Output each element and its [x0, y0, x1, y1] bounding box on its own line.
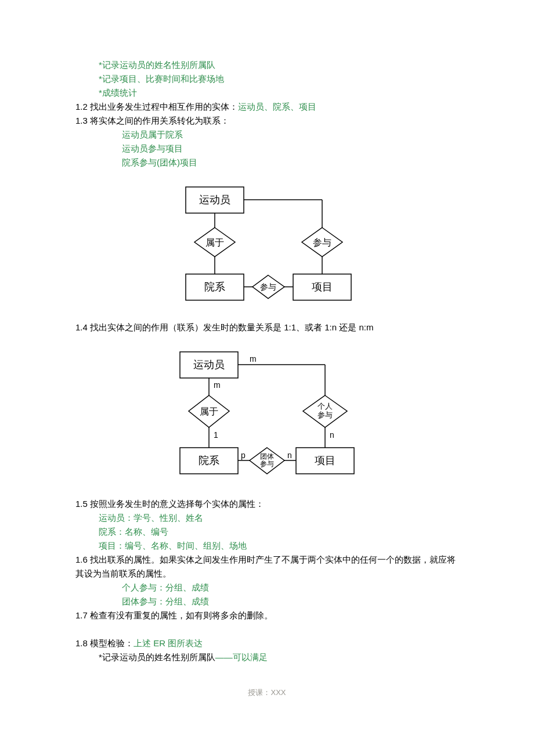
- entity-athlete: 运动员: [199, 194, 230, 206]
- rel-team-top: 团体: [260, 452, 274, 460]
- section-label-prefix: 1.8 模型检验：: [75, 638, 134, 648]
- section-1-4-label: 1.4 找出实体之间的作用（联系）发生时的数量关系是 1:1、或者 1:n 还是…: [75, 321, 459, 334]
- card-n2: n: [330, 430, 334, 440]
- er-diagram-2: 运动员 m 个人 参与 m 属于 1 院系 n: [75, 346, 459, 485]
- entity-athlete: 运动员: [193, 359, 225, 370]
- list-item: *成绩统计: [99, 86, 459, 100]
- card-n1: n: [287, 451, 292, 460]
- entity-dept: 院系: [199, 455, 219, 466]
- section-label: 1.2 找出业务发生过程中相互作用的实体：: [75, 102, 238, 111]
- er-diagram-1: 运动员 参与 属于 院系 项目 参与: [75, 181, 459, 309]
- list-item: 个人参与：分组、成绩: [122, 581, 459, 595]
- card-m1: m: [250, 354, 257, 363]
- list-item: 团体参与：分组、成绩: [122, 595, 459, 609]
- rel-indiv-top: 个人: [317, 402, 333, 411]
- rel-participate-team: 参与: [260, 282, 276, 291]
- list-item: 院系：名称、编号: [99, 525, 459, 539]
- entity-event: 项目: [312, 281, 333, 293]
- card-m2: m: [214, 380, 221, 390]
- section-1-2: 1.2 找出业务发生过程中相互作用的实体：运动员、院系、项目: [75, 100, 459, 114]
- list-item: 院系参与(团体)项目: [122, 156, 459, 170]
- section-label-green: 上述 ER 图所表达: [134, 638, 203, 648]
- document-page: *记录运动员的姓名性别所属队 *记录项目、比赛时间和比赛场地 *成绩统计 1.2…: [0, 0, 534, 721]
- rel-belongs: 属于: [205, 237, 224, 247]
- card-p: p: [241, 451, 246, 460]
- rel-indiv-bot: 参与: [317, 411, 333, 419]
- item-prefix: *记录运动员的姓名性别所属队: [99, 652, 215, 662]
- rel-team-bot: 参与: [260, 460, 274, 468]
- item-suffix: ——可以满足: [215, 652, 268, 662]
- list-item: 运动员：学号、性别、姓名: [99, 511, 459, 525]
- list-item: *记录运动员的姓名性别所属队: [99, 58, 459, 72]
- card-1: 1: [214, 430, 218, 440]
- section-1-5-label: 1.5 按照业务发生时的意义选择每个实体的属性：: [75, 497, 459, 511]
- list-item: 运动员属于院系: [122, 128, 459, 142]
- section-1-7-label: 1.7 检查有没有重复的属性，如有则将多余的删除。: [75, 609, 459, 622]
- rel-belongs: 属于: [200, 406, 218, 416]
- rel-participate: 参与: [313, 237, 331, 247]
- section-1-6-label: 1.6 找出联系的属性。如果实体之间发生作用时产生了不属于两个实体中的任何一个的…: [75, 553, 459, 581]
- entities-text: 运动员、院系、项目: [238, 102, 316, 111]
- list-item: *记录项目、比赛时间和比赛场地: [99, 72, 459, 86]
- entity-event: 项目: [315, 455, 335, 466]
- entity-dept: 院系: [204, 281, 225, 293]
- section-1-8-item: *记录运动员的姓名性别所属队——可以满足: [99, 650, 459, 664]
- list-item: 项目：编号、名称、时间、组别、场地: [99, 539, 459, 553]
- section-1-8: 1.8 模型检验：上述 ER 图所表达: [75, 636, 459, 650]
- page-footer: 授课：XXX: [75, 687, 459, 698]
- section-1-3-label: 1.3 将实体之间的作用关系转化为联系：: [75, 114, 459, 128]
- list-item: 运动员参与项目: [122, 142, 459, 156]
